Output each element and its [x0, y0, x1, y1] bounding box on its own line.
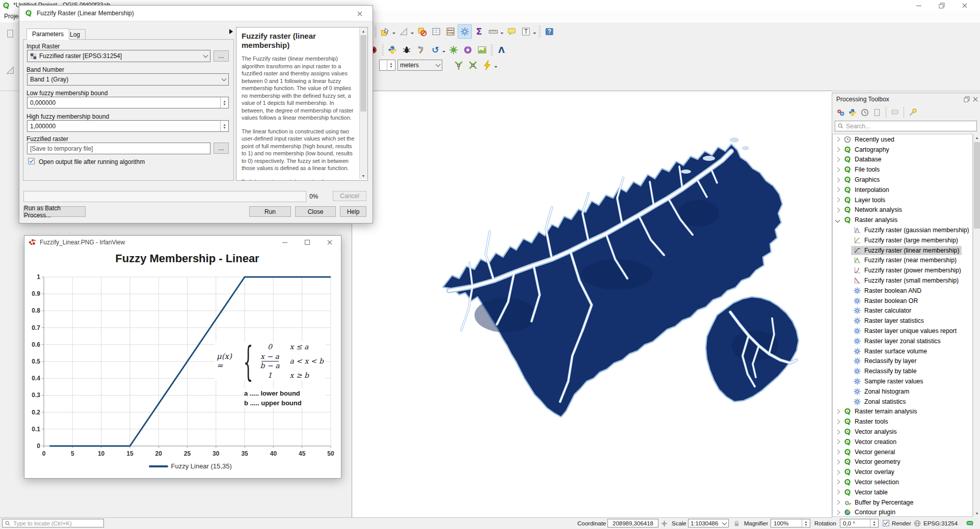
- dropdown-caret[interactable]: [442, 51, 445, 54]
- expander-icon[interactable]: [835, 198, 840, 203]
- toolbox-tree-item[interactable]: Interpolation: [833, 185, 972, 195]
- coordinate-input[interactable]: 208989,306418: [607, 519, 658, 527]
- scale-select[interactable]: 1:1030486: [688, 519, 729, 527]
- models-icon[interactable]: [836, 108, 845, 117]
- map-tips-button[interactable]: [505, 24, 519, 39]
- dropdown-caret[interactable]: [500, 33, 504, 36]
- expander-icon[interactable]: [835, 187, 840, 192]
- locator-input[interactable]: Type to locate (Ctrl+K): [2, 519, 104, 527]
- toolbox-search[interactable]: Search...: [835, 121, 977, 131]
- run-button[interactable]: Run: [249, 206, 291, 217]
- new-layer-button[interactable]: [4, 214, 16, 226]
- expander-icon[interactable]: [835, 500, 840, 505]
- iv-minimize-button[interactable]: [276, 237, 294, 248]
- toolbox-tree-item[interactable]: Vector overlay: [833, 467, 972, 477]
- deselect-button[interactable]: [396, 24, 411, 39]
- output-browse-button[interactable]: …: [214, 143, 229, 154]
- new-3d-layer-button[interactable]: [4, 231, 16, 243]
- expander-icon[interactable]: [835, 157, 840, 162]
- new-mesh-button[interactable]: [4, 283, 16, 295]
- text-annotation-button[interactable]: T: [519, 24, 533, 39]
- close-panel-icon[interactable]: [971, 95, 979, 103]
- band-select[interactable]: Band 1 (Gray): [27, 73, 229, 86]
- toolbox-tree-item[interactable]: Raster surface volume: [833, 346, 972, 356]
- expander-icon[interactable]: [835, 419, 840, 424]
- toolbox-tree-item[interactable]: Fuzzify raster (near membership): [833, 256, 972, 266]
- toolbox-tree-item[interactable]: Raster terrain analysis: [833, 407, 972, 417]
- options-icon[interactable]: [908, 108, 917, 117]
- open-output-checkbox[interactable]: [28, 158, 35, 165]
- toolbox-tree-item[interactable]: Database: [833, 155, 972, 165]
- new-shapefile-button[interactable]: [4, 248, 16, 261]
- toolbox-tree-item[interactable]: Vector general: [833, 447, 972, 457]
- toolbox-tree-item[interactable]: Raster layer zonal statistics: [833, 336, 972, 346]
- toolbox-tree-item[interactable]: Vector table: [833, 487, 972, 497]
- iv-close-button[interactable]: [321, 237, 338, 248]
- toolbox-tree-item[interactable]: Cartography: [833, 145, 972, 155]
- tab-parameters[interactable]: Parameters: [27, 29, 69, 40]
- toolbox-tree-item[interactable]: Fuzzify raster (small membership): [833, 275, 972, 286]
- invert-selection-button[interactable]: [415, 24, 429, 39]
- toolbox-tree-item[interactable]: Raster boolean AND: [833, 286, 972, 296]
- help-collapse-arrow[interactable]: [229, 29, 235, 34]
- toolbox-tree-item[interactable]: File tools: [833, 164, 972, 175]
- scripts-icon[interactable]: [848, 108, 857, 117]
- field-calculator-button[interactable]: [443, 24, 458, 39]
- toolbox-tree-item[interactable]: Network analysis: [833, 205, 972, 215]
- extent-tracking-icon[interactable]: [660, 520, 668, 527]
- high-bound-spinner[interactable]: 1,000000 ▲▼: [27, 120, 229, 132]
- undo-button[interactable]: ↺: [428, 43, 442, 57]
- expander-icon[interactable]: [835, 177, 840, 182]
- low-bound-spinner[interactable]: 0,000000 ▲▼: [27, 97, 229, 108]
- expander-icon[interactable]: [835, 217, 840, 222]
- toolbox-tree-item[interactable]: Raster layer statistics: [833, 316, 972, 326]
- expander-icon[interactable]: [835, 137, 840, 142]
- dropdown-caret[interactable]: [411, 33, 414, 36]
- output-file-field[interactable]: [Save to temporary file]: [27, 143, 210, 154]
- expander-icon[interactable]: [835, 147, 840, 152]
- help-button[interactable]: ?: [542, 24, 557, 39]
- dialog-close-icon[interactable]: [356, 10, 364, 18]
- dropdown-caret[interactable]: [533, 33, 536, 36]
- toolbox-tree-item[interactable]: Reclassify by layer: [833, 356, 972, 367]
- lambda-tool-button[interactable]: Λ: [494, 43, 509, 57]
- new-project-button[interactable]: [4, 27, 16, 40]
- osm-plugin-button[interactable]: [446, 43, 461, 57]
- toolbox-tree-item[interactable]: Sample raster values: [833, 376, 972, 386]
- toolbox-tree-item[interactable]: Fuzzify raster (power membership): [833, 265, 972, 275]
- history-icon[interactable]: [860, 108, 869, 117]
- lock-scale-icon[interactable]: [733, 520, 740, 527]
- expander-icon[interactable]: [835, 490, 840, 495]
- toolbox-tree-item[interactable]: Raster calculator: [833, 306, 972, 316]
- toolbar-handle[interactable]: [539, 26, 541, 37]
- expander-icon[interactable]: [835, 409, 840, 414]
- input-raster-select[interactable]: Fuzzified raster [EPSG:31254]: [27, 50, 210, 62]
- messages-icon[interactable]: [966, 519, 974, 527]
- attribute-table-button[interactable]: [429, 24, 443, 39]
- toolbar-handle[interactable]: [491, 44, 493, 55]
- toolbox-tree-item[interactable]: Vector geometry: [833, 457, 972, 467]
- toolbox-tree-item[interactable]: Raster analysis: [833, 215, 972, 225]
- toolbox-tree-item[interactable]: Vector creation: [833, 437, 972, 447]
- input-raster-browse-button[interactable]: …: [214, 50, 229, 62]
- toolbox-tree-item[interactable]: Buffer by Percentage: [833, 497, 972, 508]
- select-features-button[interactable]: [378, 24, 392, 39]
- toolbox-tree-item[interactable]: Raster tools: [833, 416, 972, 427]
- digitize-button[interactable]: [4, 46, 16, 58]
- iv-maximize-button[interactable]: [299, 237, 316, 248]
- expander-icon[interactable]: [835, 510, 840, 515]
- toolbox-tree-item[interactable]: Contour plugin: [833, 507, 972, 517]
- expander-icon[interactable]: [835, 450, 840, 455]
- toolbox-tree-item[interactable]: Zonal histogram: [833, 386, 972, 397]
- expander-icon[interactable]: [835, 459, 840, 464]
- dropdown-caret[interactable]: [392, 33, 395, 36]
- toolbox-tree-item[interactable]: Raster layer unique values report: [833, 326, 972, 336]
- georeferencer-button[interactable]: [475, 43, 489, 57]
- toolbox-tree-item[interactable]: Fuzzify raster (large membership): [833, 235, 972, 245]
- toolbox-tree-item[interactable]: Graphics: [833, 175, 972, 185]
- render-checkbox[interactable]: [883, 520, 890, 527]
- tolerance-spinner[interactable]: ▲▼: [379, 60, 395, 71]
- toolbox-tree-item[interactable]: Vector selection: [833, 477, 972, 487]
- toolbox-tree-item[interactable]: Layer tools: [833, 195, 972, 205]
- toolbox-tree-item[interactable]: Fuzzify raster (linear membership): [833, 245, 972, 256]
